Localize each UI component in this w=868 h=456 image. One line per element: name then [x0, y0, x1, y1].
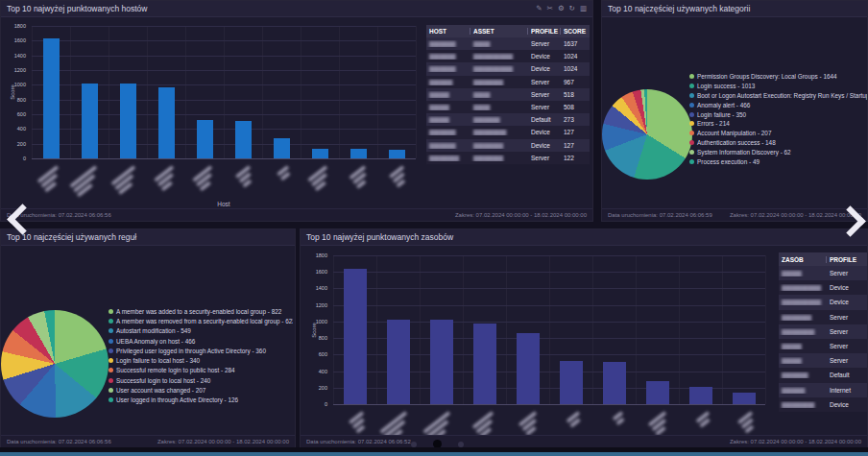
rules-pie-chart[interactable] [1, 310, 108, 418]
refresh-icon[interactable]: ↻ [569, 5, 575, 12]
bar[interactable] [389, 150, 405, 158]
legend-item[interactable]: Login failure - 350 [689, 109, 867, 119]
table-row[interactable]: ████████████████Server967 [426, 76, 590, 88]
legend-dot [108, 358, 113, 363]
table-row[interactable]: ████████Default [779, 368, 868, 382]
legend-item[interactable]: Account Manipulation - 207 [689, 129, 867, 138]
bar[interactable] [158, 87, 175, 158]
redacted-smear [192, 165, 221, 193]
bar[interactable] [197, 120, 213, 158]
bar[interactable] [517, 333, 540, 404]
legend-item[interactable]: Anomaly alert - 466 [689, 100, 867, 109]
bar[interactable] [312, 149, 328, 158]
vertical-gridline [679, 255, 680, 404]
edit-icon[interactable]: ✎ [536, 5, 542, 12]
legend-dot [108, 397, 113, 402]
bar[interactable] [560, 361, 583, 404]
bar[interactable] [43, 38, 60, 159]
legend-item[interactable]: Privileged user logged in through Active… [108, 346, 293, 355]
bar[interactable] [235, 121, 252, 158]
table-cell-asset: ████████████ [470, 53, 528, 60]
table-row[interactable]: ██████████████Default273 [426, 113, 590, 126]
bar[interactable] [473, 324, 496, 404]
table-row[interactable]: ████████████Device [779, 280, 868, 295]
table-cell-zasob: ██████████ [779, 328, 827, 335]
table-row[interactable]: ████████████████████Device1024 [426, 62, 590, 75]
legend-item[interactable]: User logged in through Active Directory … [108, 396, 293, 405]
table-row[interactable]: ████████████Device [779, 295, 868, 309]
column-header[interactable]: ZASÓB [779, 256, 827, 263]
table-cell-profile: Server [528, 91, 561, 98]
table-row[interactable]: ██████████Device [779, 397, 868, 412]
table-row[interactable]: ██████Server [779, 339, 868, 353]
bar[interactable] [430, 320, 453, 404]
table-cell-asset: █████ [470, 91, 528, 98]
delete-icon[interactable]: ▥ [580, 5, 587, 12]
bar[interactable] [387, 320, 410, 404]
bar[interactable] [689, 387, 712, 404]
vertical-gridline [301, 26, 301, 158]
legend-label: A member was removed from a security-ena… [116, 318, 293, 324]
table-row[interactable]: ████████████████████Device1024 [426, 50, 590, 62]
legend-item[interactable]: Login failure to local host - 340 [108, 355, 293, 365]
column-header[interactable]: PROFILE [827, 256, 868, 263]
y-tick-label: 800 [7, 97, 26, 103]
table-cell-score: 518 [561, 91, 590, 98]
settings-icon[interactable]: ⚙ [558, 5, 565, 12]
bar[interactable] [274, 138, 290, 158]
legend-item[interactable]: UEBA Anomaly on host - 466 [108, 336, 293, 346]
legend-dot [689, 159, 694, 164]
table-row[interactable]: ██████████Server [779, 324, 868, 339]
bar[interactable] [646, 381, 669, 404]
vertical-gridline [262, 26, 263, 158]
table-row[interactable]: ██████████████████Server122 [426, 152, 590, 164]
table-row[interactable]: █████████Server [779, 310, 868, 324]
x-tick-label-redacted [301, 163, 339, 196]
legend-item[interactable]: Autostart modification - 549 [108, 326, 293, 336]
legend-item[interactable]: Authentication success - 148 [689, 138, 867, 148]
redacted-text: █████████ [782, 315, 811, 321]
legend-item[interactable]: System Information Discovery - 62 [689, 147, 867, 156]
table-row[interactable]: █████████████Server1637 [426, 37, 590, 50]
legend-dot [108, 348, 113, 353]
bar[interactable] [350, 149, 367, 158]
y-tick-label: 400 [7, 126, 26, 132]
table-row[interactable]: ██████Server [779, 353, 868, 368]
legend-item[interactable]: Errors - 214 [689, 119, 867, 129]
table-row[interactable]: █████████████████Device127 [426, 139, 590, 152]
table-row[interactable]: ██████████████████Device127 [426, 126, 590, 138]
table-cell-zasob: ██████ [779, 357, 827, 364]
table-cell-score: 127 [561, 142, 590, 149]
legend-item[interactable]: Successful remote login to public host -… [108, 366, 293, 375]
legend-item[interactable]: A member was removed from a security-ena… [108, 316, 293, 325]
table-row[interactable]: ███████████Server508 [426, 101, 590, 113]
bar[interactable] [344, 269, 367, 404]
clear-icon[interactable]: ✂ [547, 5, 553, 12]
legend-item[interactable]: Permission Groups Discovery: Local Group… [689, 72, 867, 82]
y-tick-label: 1600 [7, 37, 26, 43]
bar[interactable] [733, 393, 756, 404]
legend-item[interactable]: User account was changed - 207 [108, 385, 293, 395]
table-cell-asset: ████████████ [470, 65, 528, 72]
legend-item[interactable]: A member was added to a security-enabled… [108, 306, 293, 316]
bar[interactable] [82, 84, 98, 159]
column-header[interactable]: PROFILE [528, 28, 561, 35]
panel-title: Top 10 najwyżej punktowanych zasobów [306, 232, 453, 242]
table-row[interactable]: ███████████Server518 [426, 88, 590, 101]
legend-dot [689, 131, 694, 135]
legend-item[interactable]: Login success - 1013 [689, 82, 867, 91]
legend-item[interactable]: Process execution - 49 [689, 156, 867, 166]
legend-item[interactable]: Boot or Logon Autostart Execution: Regis… [689, 91, 867, 101]
bar[interactable] [120, 84, 136, 159]
table-row[interactable]: ███████Internet [779, 383, 868, 397]
column-header[interactable]: ASSET [470, 28, 528, 35]
redacted-text: ██████████ [473, 130, 506, 135]
bar[interactable] [603, 362, 626, 404]
gridline [333, 305, 765, 306]
legend-item[interactable]: Successful login to local host - 240 [108, 375, 293, 385]
column-header[interactable]: SCORE [561, 28, 590, 35]
table-row[interactable]: ██████Server [779, 266, 868, 280]
y-tick-label: 0 [308, 401, 327, 407]
categories-pie-chart[interactable] [602, 89, 692, 180]
column-header[interactable]: HOST [426, 28, 470, 35]
